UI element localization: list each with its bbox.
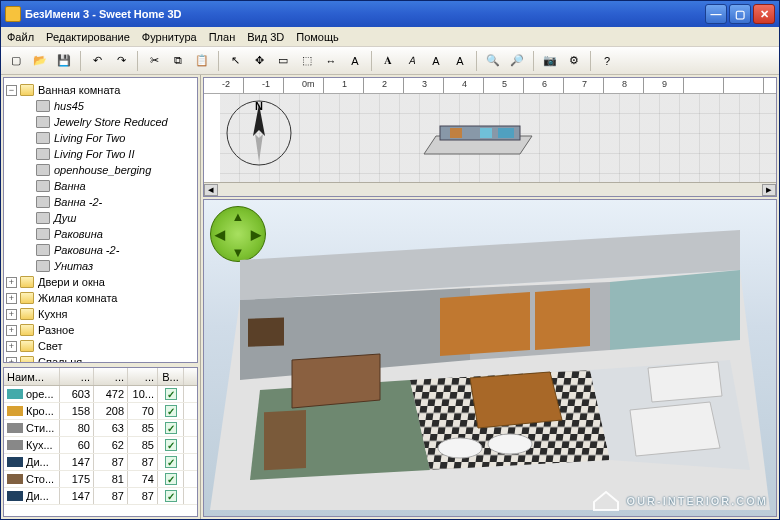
tree-item[interactable]: Ванна -2- — [22, 194, 195, 210]
folder-icon — [20, 84, 34, 96]
italic-icon[interactable]: 𝘈 — [401, 50, 423, 72]
table-row[interactable]: Ди...1478787✓ — [4, 488, 197, 505]
help-icon[interactable]: ? — [596, 50, 618, 72]
visibility-checkbox[interactable]: ✓ — [165, 388, 177, 400]
visibility-checkbox[interactable]: ✓ — [165, 490, 177, 502]
expand-icon[interactable]: + — [6, 341, 17, 352]
paste-icon[interactable]: 📋 — [191, 50, 213, 72]
menu-help[interactable]: Помощь — [296, 31, 339, 43]
redo-icon[interactable]: ↷ — [110, 50, 132, 72]
tree-folder-closed[interactable]: +Кухня — [6, 306, 195, 322]
col-height[interactable]: ... — [128, 368, 158, 385]
tree-item[interactable]: Living For Two II — [22, 146, 195, 162]
visibility-checkbox[interactable]: ✓ — [165, 473, 177, 485]
collapse-icon[interactable]: − — [6, 85, 17, 96]
visibility-checkbox[interactable]: ✓ — [165, 422, 177, 434]
table-row[interactable]: Ди...1478787✓ — [4, 454, 197, 471]
folder-icon — [20, 276, 34, 288]
expand-icon[interactable]: + — [6, 309, 17, 320]
furniture-list-table[interactable]: Наим... ... ... ... В... ope...60347210.… — [3, 367, 198, 517]
tree-item[interactable]: Ванна — [22, 178, 195, 194]
svg-rect-3 — [450, 128, 462, 138]
visibility-checkbox[interactable]: ✓ — [165, 456, 177, 468]
menu-furniture[interactable]: Фурнитура — [142, 31, 197, 43]
cell-name: Ди... — [26, 490, 49, 502]
font-small-icon[interactable]: A — [425, 50, 447, 72]
svg-point-26 — [488, 434, 532, 454]
view-3d[interactable]: ▲ ◀▶ ▼ — [203, 199, 777, 517]
titlebar[interactable]: БезИмени 3 - Sweet Home 3D — ▢ ✕ — [1, 1, 779, 27]
wall-icon[interactable]: ▭ — [272, 50, 294, 72]
expand-icon[interactable]: + — [6, 325, 17, 336]
tree-folder-closed[interactable]: +Разное — [6, 322, 195, 338]
col-width[interactable]: ... — [60, 368, 94, 385]
svg-marker-18 — [440, 292, 530, 356]
cell-w: 603 — [60, 386, 94, 402]
room-icon[interactable]: ⬚ — [296, 50, 318, 72]
menu-file[interactable]: Файл — [7, 31, 34, 43]
tree-item[interactable]: hus45 — [22, 98, 195, 114]
visibility-checkbox[interactable]: ✓ — [165, 439, 177, 451]
dimension-icon[interactable]: ↔ — [320, 50, 342, 72]
tree-item[interactable]: Раковина -2- — [22, 242, 195, 258]
menu-view3d[interactable]: Вид 3D — [247, 31, 284, 43]
expand-icon[interactable]: + — [6, 357, 17, 364]
table-row[interactable]: Кро...15820870✓ — [4, 403, 197, 420]
maximize-button[interactable]: ▢ — [729, 4, 751, 24]
save-icon[interactable]: 💾 — [53, 50, 75, 72]
font-large-icon[interactable]: A — [449, 50, 471, 72]
tree-item[interactable]: Living For Two — [22, 130, 195, 146]
snapshot-icon[interactable]: 📷 — [539, 50, 561, 72]
tree-folder-closed[interactable]: +Свет — [6, 338, 195, 354]
expand-icon[interactable]: + — [6, 293, 17, 304]
text-icon[interactable]: A — [344, 50, 366, 72]
minimize-button[interactable]: — — [705, 4, 727, 24]
tree-folder-closed[interactable]: +Спальня — [6, 354, 195, 363]
tree-folder-closed[interactable]: +Жилая комната — [6, 290, 195, 306]
folder-icon — [20, 292, 34, 304]
plan-2d-canvas[interactable]: N — [204, 94, 776, 182]
compass-icon[interactable]: N — [224, 98, 294, 168]
tree-folder-label: Ванная комната — [38, 84, 120, 96]
copy-icon[interactable]: ⧉ — [167, 50, 189, 72]
table-row[interactable]: Кух...606285✓ — [4, 437, 197, 454]
close-button[interactable]: ✕ — [753, 4, 775, 24]
col-name[interactable]: Наим... — [4, 368, 60, 385]
table-row[interactable]: ope...60347210...✓ — [4, 386, 197, 403]
undo-icon[interactable]: ↶ — [86, 50, 108, 72]
zoom-out-icon[interactable]: 🔎 — [506, 50, 528, 72]
menu-plan[interactable]: План — [209, 31, 236, 43]
preferences-icon[interactable]: ⚙ — [563, 50, 585, 72]
col-depth[interactable]: ... — [94, 368, 128, 385]
scroll-right-icon[interactable]: ▸ — [762, 184, 776, 196]
bold-icon[interactable]: 𝐀 — [377, 50, 399, 72]
col-visible[interactable]: В... — [158, 368, 184, 385]
tree-folder-open[interactable]: − Ванная комната — [6, 82, 195, 98]
tree-item[interactable]: Jewelry Store Reduced — [22, 114, 195, 130]
expand-icon[interactable]: + — [6, 277, 17, 288]
tree-item[interactable]: Раковина — [22, 226, 195, 242]
table-row[interactable]: Сто...1758174✓ — [4, 471, 197, 488]
scroll-left-icon[interactable]: ◂ — [204, 184, 218, 196]
pan-icon[interactable]: ✥ — [248, 50, 270, 72]
table-row[interactable]: Сти...806385✓ — [4, 420, 197, 437]
furniture-catalog-tree[interactable]: − Ванная комната hus45Jewelry Store Redu… — [3, 77, 198, 363]
new-file-icon[interactable]: ▢ — [5, 50, 27, 72]
scene-3d — [210, 210, 770, 517]
row-icon — [7, 423, 23, 433]
tree-item[interactable]: Душ — [22, 210, 195, 226]
cut-icon[interactable]: ✂ — [143, 50, 165, 72]
menu-edit[interactable]: Редактирование — [46, 31, 130, 43]
tree-item[interactable]: Унитаз — [22, 258, 195, 274]
tree-item[interactable]: openhouse_berging — [22, 162, 195, 178]
zoom-in-icon[interactable]: 🔍 — [482, 50, 504, 72]
visibility-checkbox[interactable]: ✓ — [165, 405, 177, 417]
tree-folder-closed[interactable]: +Двери и окна — [6, 274, 195, 290]
furniture-icon — [36, 180, 50, 192]
plan-2d-view[interactable]: -2-10m123456789 N ◂ — [203, 77, 777, 197]
cell-h: 10... — [128, 386, 158, 402]
plan-h-scrollbar[interactable]: ◂ ▸ — [204, 182, 776, 196]
open-icon[interactable]: 📂 — [29, 50, 51, 72]
select-icon[interactable]: ↖ — [224, 50, 246, 72]
tree-item-label: Living For Two II — [54, 148, 135, 160]
